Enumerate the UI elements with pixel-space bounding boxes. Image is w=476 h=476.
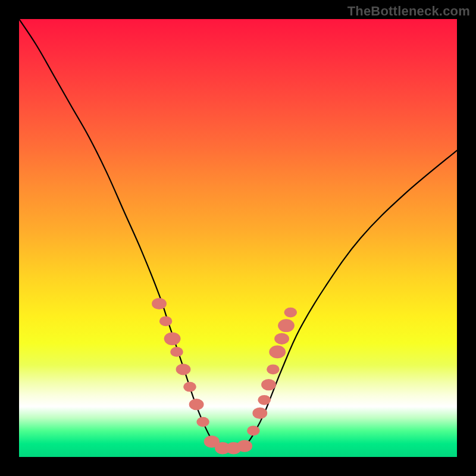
marker-group: [152, 298, 297, 455]
watermark-text: TheBottleneck.com: [347, 4, 470, 19]
curve-marker: [261, 379, 276, 390]
curve-marker: [164, 332, 181, 345]
curve-layer: [19, 19, 457, 457]
curve-marker: [152, 298, 167, 309]
curve-marker: [274, 333, 289, 345]
chart-frame: TheBottleneck.com: [0, 0, 476, 476]
curve-marker: [183, 382, 196, 392]
curve-marker: [189, 399, 204, 410]
curve-marker: [176, 364, 191, 375]
plot-area: [19, 19, 457, 457]
bottleneck-curve: [19, 19, 457, 449]
curve-marker: [267, 364, 280, 374]
curve-marker: [237, 440, 252, 452]
curve-marker: [247, 425, 260, 436]
curve-marker: [278, 319, 295, 332]
curve-marker: [258, 395, 271, 405]
curve-marker: [269, 346, 286, 359]
curve-marker: [170, 347, 183, 357]
curve-marker: [196, 417, 209, 427]
curve-marker: [159, 316, 173, 326]
curve-marker: [252, 408, 267, 419]
curve-marker: [284, 308, 298, 318]
